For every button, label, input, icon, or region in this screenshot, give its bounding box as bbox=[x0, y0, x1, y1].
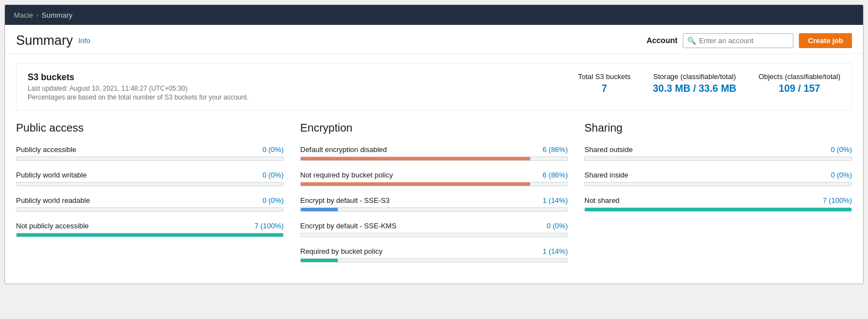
breadcrumb: Macie › Summary bbox=[14, 11, 72, 19]
account-input-wrapper: 🔍 bbox=[683, 33, 793, 48]
metric-header: Default encryption disabled 6 (86%) bbox=[300, 145, 568, 154]
metric-header: Required by bucket policy 1 (14%) bbox=[300, 247, 568, 255]
s3-panel-inner: S3 buckets Last updated: August 10, 2021… bbox=[28, 72, 840, 101]
progress-track bbox=[300, 207, 568, 212]
page-header: Summary Info Account 🔍 Create job bbox=[5, 25, 863, 54]
metric-header: Shared inside 0 (0%) bbox=[584, 171, 852, 179]
account-label: Account bbox=[646, 36, 677, 45]
metric-section-title-encryption: Encryption bbox=[300, 122, 568, 134]
metric-header: Encrypt by default - SSE-KMS 0 (0%) bbox=[300, 222, 568, 230]
metric-name: Encrypt by default - SSE-KMS bbox=[300, 222, 396, 230]
stat-value-1[interactable]: 30.3 MB / 33.6 MB bbox=[653, 83, 736, 95]
metric-row: Not required by bucket policy 6 (86%) bbox=[300, 171, 568, 186]
metric-value[interactable]: 0 (0%) bbox=[263, 196, 284, 205]
metric-row: Not publicly accessible 7 (100%) bbox=[16, 222, 284, 237]
metric-header: Not shared 7 (100%) bbox=[584, 196, 852, 205]
metric-value[interactable]: 7 (100%) bbox=[823, 196, 852, 205]
metric-name: Shared inside bbox=[584, 171, 629, 179]
metric-header: Publicly world readable 0 (0%) bbox=[16, 196, 284, 205]
metric-header: Not publicly accessible 7 (100%) bbox=[16, 222, 284, 230]
main-container: Macie › Summary Summary Info Account 🔍 C… bbox=[4, 4, 864, 284]
s3-buckets-panel: S3 buckets Last updated: August 10, 2021… bbox=[16, 63, 852, 111]
progress-track bbox=[300, 156, 568, 161]
metric-row: Publicly world readable 0 (0%) bbox=[16, 196, 284, 212]
s3-panel-title: S3 buckets bbox=[28, 72, 249, 82]
metric-name: Encrypt by default - SSE-S3 bbox=[300, 196, 390, 205]
metric-row: Shared inside 0 (0%) bbox=[584, 171, 852, 186]
metric-row: Publicly world writable 0 (0%) bbox=[16, 171, 284, 186]
metric-row: Encrypt by default - SSE-S3 1 (14%) bbox=[300, 196, 568, 212]
progress-track bbox=[300, 182, 568, 186]
metric-header: Shared outside 0 (0%) bbox=[584, 145, 852, 154]
progress-track bbox=[584, 182, 852, 186]
progress-track bbox=[300, 258, 568, 263]
progress-fill bbox=[17, 233, 283, 237]
breadcrumb-summary: Summary bbox=[41, 11, 72, 19]
stat-label-1: Storage (classifiable/total) bbox=[653, 72, 736, 81]
metric-row: Publicly accessible 0 (0%) bbox=[16, 145, 284, 161]
metric-name: Publicly world readable bbox=[16, 196, 90, 205]
last-updated: Last updated: August 10, 2021, 11:48:27 … bbox=[28, 85, 249, 92]
create-job-button[interactable]: Create job bbox=[799, 33, 852, 48]
breadcrumb-macie[interactable]: Macie bbox=[14, 11, 33, 19]
metric-header: Encrypt by default - SSE-S3 1 (14%) bbox=[300, 196, 568, 205]
breadcrumb-separator: › bbox=[36, 12, 39, 18]
metric-section-title-sharing: Sharing bbox=[584, 122, 852, 134]
metric-name: Shared outside bbox=[584, 145, 632, 154]
metric-row: Shared outside 0 (0%) bbox=[584, 145, 852, 161]
progress-fill bbox=[301, 208, 338, 211]
percentages-note: Percentages are based on the total numbe… bbox=[28, 93, 249, 101]
info-badge[interactable]: Info bbox=[79, 36, 91, 45]
metric-value[interactable]: 1 (14%) bbox=[542, 247, 568, 255]
progress-fill bbox=[301, 259, 338, 262]
metric-value[interactable]: 0 (0%) bbox=[263, 145, 284, 154]
metric-row: Not shared 7 (100%) bbox=[584, 196, 852, 212]
s3-stats: Total S3 buckets 7 Storage (classifiable… bbox=[578, 72, 840, 95]
progress-track bbox=[16, 207, 284, 212]
top-navigation: Macie › Summary bbox=[5, 5, 863, 25]
metric-value[interactable]: 0 (0%) bbox=[831, 171, 852, 179]
metric-section-public_access: Public access Publicly accessible 0 (0%)… bbox=[16, 122, 284, 273]
metric-row: Encrypt by default - SSE-KMS 0 (0%) bbox=[300, 222, 568, 237]
metric-name: Default encryption disabled bbox=[300, 145, 387, 154]
stat-item-0: Total S3 buckets 7 bbox=[578, 72, 630, 95]
progress-track bbox=[16, 233, 284, 237]
metrics-grid: Public access Publicly accessible 0 (0%)… bbox=[16, 122, 852, 273]
metric-name: Not publicly accessible bbox=[16, 222, 89, 230]
metric-name: Required by bucket policy bbox=[300, 247, 383, 255]
metric-value[interactable]: 1 (14%) bbox=[542, 196, 568, 205]
metric-row: Default encryption disabled 6 (86%) bbox=[300, 145, 568, 161]
metric-value[interactable]: 0 (0%) bbox=[263, 171, 284, 179]
metric-name: Not required by bucket policy bbox=[300, 171, 393, 179]
metric-row: Required by bucket policy 1 (14%) bbox=[300, 247, 568, 263]
stat-value-2[interactable]: 109 / 157 bbox=[759, 83, 840, 95]
metric-header: Publicly world writable 0 (0%) bbox=[16, 171, 284, 179]
s3-panel-left: S3 buckets Last updated: August 10, 2021… bbox=[28, 72, 249, 101]
metric-section-encryption: Encryption Default encryption disabled 6… bbox=[300, 122, 568, 273]
progress-track bbox=[16, 182, 284, 186]
metric-section-title-public_access: Public access bbox=[16, 122, 284, 134]
stat-item-1: Storage (classifiable/total) 30.3 MB / 3… bbox=[653, 72, 736, 95]
search-icon: 🔍 bbox=[687, 36, 696, 45]
metric-value[interactable]: 6 (86%) bbox=[542, 145, 568, 154]
metric-section-sharing: Sharing Shared outside 0 (0%) Shared ins… bbox=[584, 122, 852, 273]
progress-fill bbox=[301, 157, 530, 160]
metric-value[interactable]: 0 (0%) bbox=[831, 145, 852, 154]
metric-value[interactable]: 7 (100%) bbox=[254, 222, 284, 230]
account-input[interactable] bbox=[683, 33, 793, 48]
metric-header: Not required by bucket policy 6 (86%) bbox=[300, 171, 568, 179]
main-content: S3 buckets Last updated: August 10, 2021… bbox=[5, 54, 863, 284]
progress-track bbox=[584, 207, 852, 212]
metric-value[interactable]: 6 (86%) bbox=[542, 171, 568, 179]
page-title: Summary bbox=[16, 33, 73, 48]
stat-item-2: Objects (classifiable/total) 109 / 157 bbox=[759, 72, 840, 95]
metric-name: Publicly world writable bbox=[16, 171, 87, 179]
progress-fill bbox=[585, 208, 851, 211]
page-title-area: Summary Info bbox=[16, 33, 90, 48]
stat-value-0[interactable]: 7 bbox=[578, 83, 630, 95]
progress-fill bbox=[301, 182, 530, 186]
stat-label-0: Total S3 buckets bbox=[578, 72, 630, 81]
progress-track bbox=[584, 156, 852, 161]
header-controls: Account 🔍 Create job bbox=[646, 33, 852, 48]
metric-value[interactable]: 0 (0%) bbox=[547, 222, 568, 230]
